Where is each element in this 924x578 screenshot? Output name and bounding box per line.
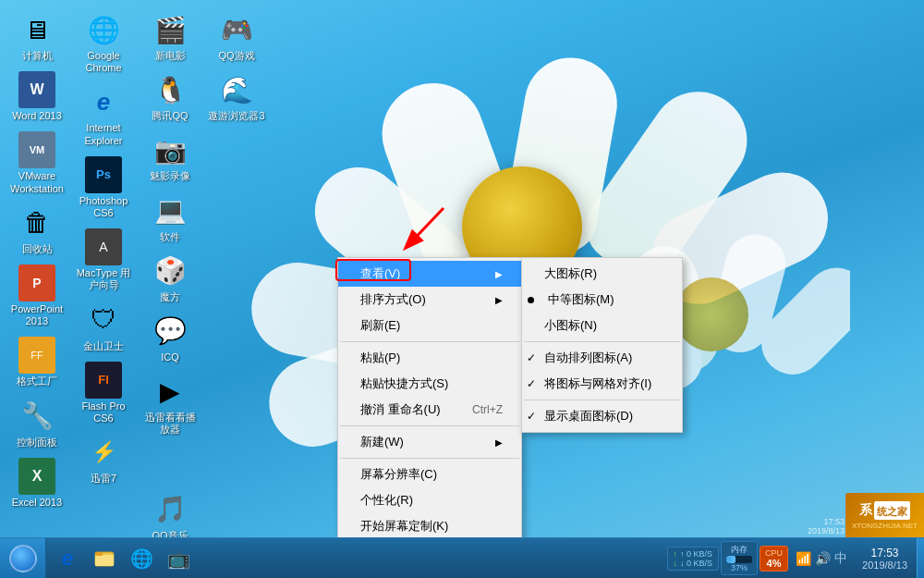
taskbar-clock[interactable]: 17:53 2019/8/13 <box>855 547 915 571</box>
icon-newmovie[interactable]: 🎬 新电影 <box>137 7 203 66</box>
taskbar: e 🌐 📺 ↑ ↑ 0 KB/S ↓ ↓ 0 K <box>0 537 924 578</box>
svg-line-1 <box>407 208 444 247</box>
icon-chrome[interactable]: 🌐 GoogleChrome <box>70 7 137 78</box>
menu-item-customize-start[interactable]: 开始屏幕定制(K) <box>338 513 521 539</box>
icon-flash[interactable]: Fl Flash ProCS6 <box>70 358 137 428</box>
menu-item-personalize[interactable]: 个性化(R) <box>338 487 521 513</box>
icon-mactype[interactable]: A MacType 用户向导 <box>70 225 137 295</box>
icon-photoshop[interactable]: Ps PhotoshopCS6 <box>70 153 137 223</box>
icon-vmware[interactable]: VM VMwareWorkstation <box>4 128 70 198</box>
context-submenu-view: 大图标(R) 中等图标(M) 小图标(N) ✓ 自动排列图标(A) ✓ 将图标与… <box>521 257 683 433</box>
taskbar-explorer-icon[interactable] <box>87 541 122 576</box>
icon-jinshan[interactable]: 🛡 金山卫士 <box>70 298 137 356</box>
desktop: 🖥 计算机 W Word 2013 VM VMwareWorkstation 🗑… <box>0 0 924 578</box>
submenu-large-icon[interactable]: 大图标(R) <box>522 261 682 287</box>
context-menu: 查看(V) ▶ 排序方式(O) ▶ 刷新(E) 粘贴(P) 粘贴快捷方式(S) … <box>337 257 522 543</box>
icon-qq[interactable]: 🐧 腾讯QQ <box>137 68 203 126</box>
taskbar-chrome-icon[interactable]: 🌐 <box>124 541 159 576</box>
start-orb <box>9 545 37 572</box>
menu-item-view[interactable]: 查看(V) ▶ <box>338 261 521 287</box>
menu-item-new[interactable]: 新建(W) ▶ <box>338 429 521 455</box>
icon-word2013[interactable]: W Word 2013 <box>4 68 70 126</box>
tray-speaker-icon[interactable]: 🔊 <box>815 551 831 566</box>
menu-item-refresh[interactable]: 刷新(E) <box>338 313 521 338</box>
svg-rect-4 <box>95 552 103 556</box>
submenu-medium-icon[interactable]: 中等图标(M) <box>522 287 682 313</box>
taskbar-ie-icon[interactable]: e <box>50 541 85 576</box>
icon-control-panel[interactable]: 🔧 控制面板 <box>4 394 70 452</box>
icon-excel[interactable]: X Excel 2013 <box>4 454 70 512</box>
icon-xunlei-player[interactable]: ▶ 迅雷看看播放器 <box>137 369 203 439</box>
submenu-separator-1 <box>524 341 680 342</box>
submenu-show-icons[interactable]: ✓ 显示桌面图标(D) <box>522 403 682 429</box>
menu-separator-3 <box>340 458 519 459</box>
taskbar-pinned-icons: e 🌐 📺 <box>46 538 200 578</box>
icon-recycle[interactable]: 🗑 回收站 <box>4 201 70 259</box>
memory-bar <box>726 556 736 563</box>
show-desktop-button[interactable] <box>917 538 924 579</box>
menu-item-resolution[interactable]: 屏幕分辨率(C) <box>338 461 521 487</box>
submenu-align-grid[interactable]: ✓ 将图标与网格对齐(I) <box>522 371 682 397</box>
tray-network-icon[interactable]: 📶 <box>796 551 811 566</box>
version-text: 17:53 2019/8/13 <box>808 517 845 535</box>
taskbar-media-icon[interactable]: 📺 <box>161 541 196 576</box>
icon-ppt[interactable]: P PowerPoint2013 <box>4 261 70 331</box>
icon-format-factory[interactable]: FF 格式工厂 <box>4 333 70 391</box>
icon-xunlei[interactable]: ⚡ 迅雷7 <box>70 430 137 488</box>
cpu-widget[interactable]: CPU 4% <box>760 546 788 572</box>
submenu-small-icon[interactable]: 小图标(N) <box>522 313 682 338</box>
icon-ie[interactable]: e InternetExplorer <box>70 80 137 150</box>
svg-rect-3 <box>95 555 114 566</box>
icon-maxthon[interactable]: 🌊 遨游浏览器3 <box>203 68 270 126</box>
menu-separator-2 <box>340 425 519 426</box>
taskbar-system-tray: ↑ ↑ 0 KB/S ↓ ↓ 0 KB/S 内存 37% CPU 4% <box>667 538 924 579</box>
menu-item-sort[interactable]: 排序方式(O) ▶ <box>338 287 521 313</box>
desktop-icons-container: 🖥 计算机 W Word 2013 VM VMwareWorkstation 🗑… <box>0 0 166 555</box>
icon-computer[interactable]: 🖥 计算机 <box>4 7 70 66</box>
network-speed-widget[interactable]: ↑ ↑ 0 KB/S ↓ ↓ 0 KB/S <box>667 547 720 571</box>
menu-separator-1 <box>340 341 519 342</box>
menu-item-paste-shortcut[interactable]: 粘贴快捷方式(S) <box>338 371 521 397</box>
context-menu-main: 查看(V) ▶ 排序方式(O) ▶ 刷新(E) 粘贴(P) 粘贴快捷方式(S) … <box>337 257 522 543</box>
icon-icq[interactable]: 💬 ICQ <box>137 309 203 367</box>
tray-input-icon[interactable]: 中 <box>834 550 847 567</box>
system-tray-icons: 📶 🔊 中 <box>790 538 853 579</box>
icon-qq-game[interactable]: 🎮 QQ游戏 <box>203 7 270 66</box>
icon-camtasia[interactable]: 📷 魅影录像 <box>137 128 203 186</box>
icon-rubik[interactable]: 🎲 魔方 <box>137 249 203 307</box>
radio-medium-icon <box>528 297 534 303</box>
submenu-auto-arrange[interactable]: ✓ 自动排列图标(A) <box>522 345 682 371</box>
red-arrow-indicator <box>388 199 462 264</box>
menu-item-undo-rename[interactable]: 撤消 重命名(U) Ctrl+Z <box>338 397 521 423</box>
memory-widget[interactable]: 内存 37% <box>721 541 758 575</box>
icon-ruanjian[interactable]: 💻 软件 <box>137 189 203 247</box>
start-button[interactable] <box>0 538 46 579</box>
system-home-watermark: 系 统之家 XTONGZHIJIA.NET <box>845 493 924 537</box>
menu-item-paste[interactable]: 粘贴(P) <box>338 345 521 371</box>
submenu-separator-2 <box>524 400 680 400</box>
